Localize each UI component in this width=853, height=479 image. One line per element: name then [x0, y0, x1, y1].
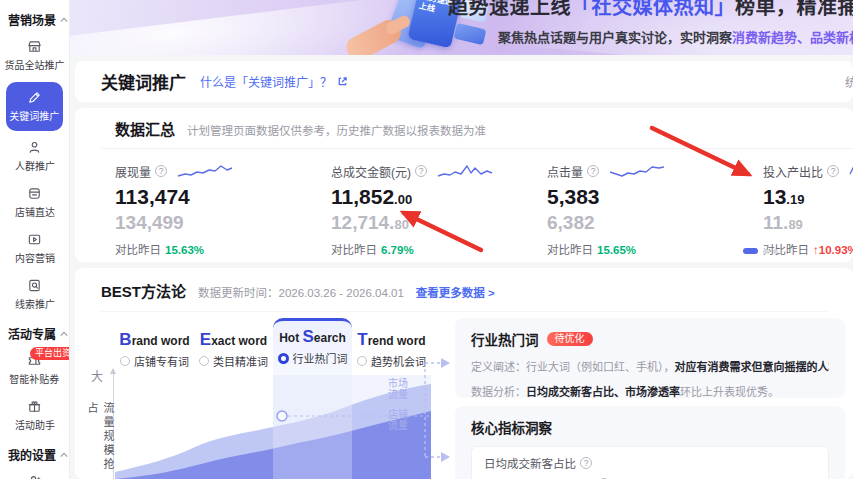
metric-value: 5,383 — [547, 185, 763, 209]
compare-value: ↑10.93% — [813, 244, 853, 256]
page-title-card: 关键词推广 什么是「关键词推广」？ 统 — [75, 61, 853, 102]
sidebar-item-my-follows[interactable]: 我的关注 — [0, 468, 69, 479]
metric-label: 投入产出比 — [763, 163, 823, 180]
data-summary-card: 数据汇总 计划管理页面数据仅供参考，历史推广数据以报表数据为准 展现量 ? 11… — [75, 108, 853, 262]
app-window: 营销场景 货品全站推广 关键词推广 人群推广 店铺直达 内容营销 线索推广 — [0, 0, 853, 479]
chevron-up-icon — [60, 330, 68, 338]
sidebar-item-activity-assistant[interactable]: 活动助手 — [0, 393, 69, 439]
radio-unchecked[interactable] — [199, 356, 209, 366]
corner-clipped-text: 统 — [845, 73, 853, 90]
analysis-line: 数据分析：日均成交新客占比、市场渗透率环比上升表现优秀。 — [471, 383, 829, 398]
tab-hot-search[interactable]: Hot Search 行业热门词 — [273, 318, 352, 375]
traffic-area-chart — [115, 375, 431, 479]
main-area: 趋势速递 上线 ✦ 趋势速递上线「社交媒体热知」榜单，精准捕捉 聚焦热点话题与用… — [70, 0, 853, 479]
pointing-hand-icon — [343, 16, 405, 55]
market-traffic-label: 市场流量 — [388, 378, 412, 400]
metric-secondary-value: 12,714.80 — [331, 212, 547, 234]
help-icon[interactable]: ? — [580, 457, 592, 469]
page-title: 关键词推广 — [101, 69, 186, 94]
tab-sub-label: 类目精准词 — [213, 353, 268, 369]
metric-label: 点击量 — [547, 163, 583, 180]
metrics-row: 展现量 ? 113,474 134,499 对比昨日15.63% 总成交金额(元… — [115, 149, 853, 257]
core-insight-title: 核心指标洞察 — [471, 417, 552, 437]
promo-banner[interactable]: 趋势速递 上线 ✦ 趋势速递上线「社交媒体热知」榜单，精准捕捉 聚焦热点话题与用… — [70, 0, 853, 55]
sidebar-item-label: 店铺直达 — [15, 204, 55, 218]
shop-icon — [27, 186, 42, 201]
metric-compare: 对比昨日6.79% — [331, 241, 547, 257]
radio-checked[interactable] — [278, 353, 289, 364]
store-icon — [27, 39, 42, 54]
sparkline — [609, 162, 665, 180]
definition-line: 定义阐述：行业大词（例如口红、手机），对应有消费需求但意向摇摆的人群，拉新效果显… — [471, 358, 829, 374]
sparkline — [849, 162, 853, 180]
core-metric-box: 日均成交新客占比 ? 39.83% 环比 -5.25% ? 同行同层均值 — [471, 446, 829, 479]
banner-headline: 趋势速递上线「社交媒体热知」榜单，精准捕捉 — [448, 0, 853, 20]
sparkline — [437, 162, 493, 180]
tab-brand-word[interactable]: Brand word 店铺专有词 — [115, 318, 194, 375]
shop-traffic-label: 店铺流量 — [388, 409, 412, 431]
banner-chip-2 — [454, 23, 487, 45]
metric-label: 总成交金额(元) — [331, 163, 411, 180]
banner-subtitle: 聚焦热点话题与用户真实讨论，实时洞察消费新趋势、品类新机会 — [498, 27, 853, 46]
compare-value: 15.65% — [597, 244, 636, 256]
metric-secondary-value: 6,382 — [547, 212, 763, 234]
external-link-icon[interactable] — [337, 76, 348, 87]
pagination-dot[interactable] — [773, 249, 778, 254]
sparkline — [177, 162, 233, 180]
sidebar-section-my-settings[interactable]: 我的设置 — [0, 439, 69, 468]
arrow-right-icon — [441, 358, 450, 368]
metric-roi: 投入产出比 ? 13.19 11.89 对比昨日↑10.93% — [763, 162, 853, 257]
to-optimize-badge: 待优化 — [547, 332, 593, 346]
help-icon[interactable]: ? — [415, 165, 427, 177]
chart-marker-circle — [277, 411, 287, 421]
help-icon[interactable]: ? — [827, 165, 839, 177]
metric-gmv: 总成交金额(元) ? 11,852.00 12,714.80 对比昨日6.79% — [331, 162, 547, 257]
best-methodology-card: BEST方法论 数据更新时间：2026.03.26 - 2026.04.01 查… — [75, 268, 853, 479]
metric-secondary-value: 134,499 — [115, 212, 331, 234]
help-icon[interactable]: ? — [587, 165, 599, 177]
pagination-dot-active[interactable] — [743, 248, 758, 254]
help-icon[interactable]: ? — [155, 165, 167, 177]
metric-impressions: 展现量 ? 113,474 134,499 对比昨日15.63% — [115, 162, 331, 257]
sidebar-item-content-marketing[interactable]: 内容营销 — [0, 226, 69, 272]
metric-value: 13.19 — [763, 185, 853, 209]
pagination-dot[interactable] — [763, 249, 768, 254]
sidebar-item-label: 线索推广 — [15, 296, 55, 310]
sidebar-item-label: 人群推广 — [15, 158, 55, 172]
chevron-up-icon — [60, 16, 68, 24]
sidebar-item-label: 内容营销 — [15, 250, 55, 264]
best-update-time: 数据更新时间：2026.03.26 - 2026.04.01 — [198, 284, 404, 300]
sidebar-item-shop-direct[interactable]: 店铺直达 — [0, 180, 69, 226]
sidebar-item-keyword-promo[interactable]: 关键词推广 — [6, 82, 63, 131]
sidebar-section-activities[interactable]: 活动专属 — [0, 318, 69, 347]
arrow-right-icon — [441, 452, 450, 462]
sidebar-item-full-site-promo[interactable]: 货品全站推广 — [0, 33, 69, 79]
sidebar-item-label: 货品全站推广 — [5, 57, 65, 71]
sidebar: 营销场景 货品全站推广 关键词推广 人群推广 店铺直达 内容营销 线索推广 — [0, 0, 70, 479]
person-icon — [27, 140, 42, 155]
radio-unchecked[interactable] — [120, 356, 130, 366]
tab-exact-word[interactable]: Exact word 类目精准词 — [194, 318, 273, 375]
sidebar-item-label: 活动助手 — [15, 417, 55, 431]
metric-label: 展现量 — [115, 163, 151, 180]
carousel-pagination — [743, 248, 778, 254]
tab-sub-label: 店铺专有词 — [134, 353, 189, 369]
compare-value: 15.63% — [165, 244, 204, 256]
sidebar-item-leads-promo[interactable]: 线索推广 — [0, 272, 69, 318]
section-label: 营销场景 — [8, 11, 56, 28]
sidebar-item-label: 智能补贴券 — [10, 371, 60, 385]
sidebar-item-smart-coupon[interactable]: 平台出资 智能补贴券 — [0, 347, 69, 393]
person-follow-icon — [27, 474, 42, 479]
section-label: 我的设置 — [8, 446, 56, 463]
view-more-data-link[interactable]: 查看更多数据 > — [416, 284, 495, 300]
core-metric-insight-card: 核心指标洞察 日均成交新客占比 ? 39.83% 环比 -5.25% — [455, 406, 845, 479]
axis-max-label: 大 — [91, 367, 103, 384]
what-is-keyword-promo-link[interactable]: 什么是「关键词推广」？ — [200, 73, 348, 90]
best-title: BEST方法论 — [101, 280, 186, 301]
metric-compare: 对比昨日15.63% — [115, 241, 331, 257]
sidebar-section-marketing-scenes[interactable]: 营销场景 — [0, 4, 69, 33]
insight-panel: 行业热门词 待优化 定义阐述：行业大词（例如口红、手机），对应有消费需求但意向摇… — [455, 318, 845, 479]
summary-title: 数据汇总 — [115, 118, 175, 139]
sidebar-item-audience-promo[interactable]: 人群推广 — [0, 134, 69, 180]
radio-unchecked[interactable] — [357, 356, 367, 366]
